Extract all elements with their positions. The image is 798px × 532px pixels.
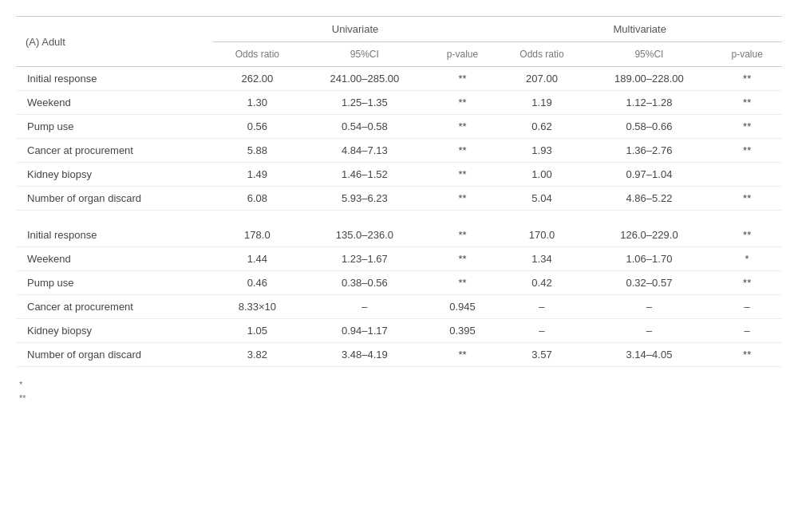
- section-a-row-0-label: Initial response: [16, 67, 213, 91]
- section-a-row-4-m-p: [712, 163, 782, 187]
- section-b-row-1-u-or: 1.44: [213, 246, 302, 270]
- table-row: Number of organ discard6.085.93–6.23**5.…: [16, 187, 782, 211]
- footnote-single-star: *: [19, 378, 782, 392]
- table-row: Cancer at procurement5.884.84–7.13**1.93…: [16, 139, 782, 163]
- section-a-row-4-u-p: **: [428, 163, 498, 187]
- section-b-row-0-m-ci: 126.0–229.0: [587, 223, 713, 247]
- section-b-row-5-m-ci: 3.14–4.05: [587, 342, 713, 366]
- section-b-row-5-u-or: 3.82: [213, 342, 302, 366]
- section-b-row-5-m-or: 3.57: [497, 342, 586, 366]
- section-b-row-5-u-p: **: [428, 342, 498, 366]
- section-b-row-3-m-ci: –: [587, 294, 713, 318]
- section-a-row-2-u-ci: 0.54–0.58: [302, 115, 428, 139]
- sub-header-u-p: p-value: [428, 42, 498, 67]
- section-b-row-2-u-p: **: [428, 270, 498, 294]
- multivariate-group-header: Multivariate: [497, 17, 782, 42]
- section-b-row-5-label: Number of organ discard: [16, 342, 213, 366]
- table-row: Initial response262.00241.00–285.00**207…: [16, 67, 782, 91]
- group-header-row: (A) Adult Univariate Multivariate: [16, 17, 782, 42]
- section-b-row-3-u-ci: –: [302, 294, 428, 318]
- section-b-row-1-u-ci: 1.23–1.67: [302, 246, 428, 270]
- section-b-row-3-label: Cancer at procurement: [16, 294, 213, 318]
- table-row: Kidney biopsy1.491.46–1.52**1.000.97–1.0…: [16, 163, 782, 187]
- table-row: Pump use0.560.54–0.58**0.620.58–0.66**: [16, 115, 782, 139]
- section-b-row-4-u-or: 1.05: [213, 318, 302, 342]
- section-a-row-3-u-ci: 4.84–7.13: [302, 139, 428, 163]
- sub-header-m-p: p-value: [712, 42, 782, 67]
- sub-header-u-or: Odds ratio: [213, 42, 302, 67]
- section-a-row-1-u-or: 1.30: [213, 91, 302, 115]
- section-a-row-3-m-ci: 1.36–2.76: [587, 139, 713, 163]
- section-a-row-4-u-ci: 1.46–1.52: [302, 163, 428, 187]
- section-a-row-5-m-or: 5.04: [497, 187, 586, 211]
- section-b-row-3-m-or: –: [497, 294, 586, 318]
- section-a-row-2-m-or: 0.62: [497, 115, 586, 139]
- section-b-row-2-label: Pump use: [16, 270, 213, 294]
- sub-header-m-or: Odds ratio: [497, 42, 586, 67]
- section-a-row-5-m-ci: 4.86–5.22: [587, 187, 713, 211]
- section-b-row-0-u-p: **: [428, 223, 498, 247]
- section-b-row-2-u-ci: 0.38–0.56: [302, 270, 428, 294]
- section-b-row-5-u-ci: 3.48–4.19: [302, 342, 428, 366]
- section-a-row-3-m-p: **: [712, 139, 782, 163]
- table-body: Initial response262.00241.00–285.00**207…: [16, 67, 782, 367]
- section-a-row-4-label: Kidney biopsy: [16, 163, 213, 187]
- table-container: (A) Adult Univariate Multivariate Odds r…: [16, 16, 782, 406]
- section-b-row-4-label: Kidney biopsy: [16, 318, 213, 342]
- section-b-row-1-u-p: **: [428, 246, 498, 270]
- section-b-row-0-label: Initial response: [16, 223, 213, 247]
- section-b-row-4-u-ci: 0.94–1.17: [302, 318, 428, 342]
- section-b-row-2-m-ci: 0.32–0.57: [587, 270, 713, 294]
- table-row: Pump use0.460.38–0.56**0.420.32–0.57**: [16, 270, 782, 294]
- section-a-row-1-label: Weekend: [16, 91, 213, 115]
- section-b-row-4-m-ci: –: [587, 318, 713, 342]
- main-table: (A) Adult Univariate Multivariate Odds r…: [16, 16, 782, 367]
- section-b-row-3-u-p: 0.945: [428, 294, 498, 318]
- section-b-row-0-u-ci: 135.0–236.0: [302, 223, 428, 247]
- section-b-row-3-u-or: 8.33×10: [213, 294, 302, 318]
- section-a-row-3-label: Cancer at procurement: [16, 139, 213, 163]
- footnotes: * **: [16, 378, 782, 406]
- section-a-row-1-m-p: **: [712, 91, 782, 115]
- section-a-row-1-u-p: **: [428, 91, 498, 115]
- table-row: Number of organ discard3.823.48–4.19**3.…: [16, 342, 782, 366]
- footnote-double-star: **: [19, 392, 782, 406]
- section-a-row-2-m-ci: 0.58–0.66: [587, 115, 713, 139]
- spacer-row: [16, 211, 782, 223]
- section-a-row-5-label: Number of organ discard: [16, 187, 213, 211]
- section-a-row-0-u-or: 262.00: [213, 67, 302, 91]
- univariate-group-header: Univariate: [213, 17, 498, 42]
- section-a-row-5-m-p: **: [712, 187, 782, 211]
- section-b-row-2-m-or: 0.42: [497, 270, 586, 294]
- section-a-row-0-u-p: **: [428, 67, 498, 91]
- section-a-row-3-m-or: 1.93: [497, 139, 586, 163]
- section-a-row-0-m-or: 207.00: [497, 67, 586, 91]
- section-a-row-4-u-or: 1.49: [213, 163, 302, 187]
- section-b-row-2-u-or: 0.46: [213, 270, 302, 294]
- table-row: Weekend1.441.23–1.67**1.341.06–1.70*: [16, 246, 782, 270]
- section-b-row-0-m-or: 170.0: [497, 223, 586, 247]
- section-a-row-0-m-ci: 189.00–228.00: [587, 67, 713, 91]
- section-a-row-2-label: Pump use: [16, 115, 213, 139]
- section-a-row-3-u-p: **: [428, 139, 498, 163]
- section-b-row-0-m-p: **: [712, 223, 782, 247]
- section-a-row-2-u-or: 0.56: [213, 115, 302, 139]
- table-row: Weekend1.301.25–1.35**1.191.12–1.28**: [16, 91, 782, 115]
- section-b-row-4-u-p: 0.395: [428, 318, 498, 342]
- section-a-row-4-m-ci: 0.97–1.04: [587, 163, 713, 187]
- section-b-row-5-m-p: **: [712, 342, 782, 366]
- table-row: Cancer at procurement8.33×10–0.945–––: [16, 294, 782, 318]
- table-row: Kidney biopsy1.050.94–1.170.395–––: [16, 318, 782, 342]
- section-a-row-2-m-p: **: [712, 115, 782, 139]
- section-a-row-1-m-ci: 1.12–1.28: [587, 91, 713, 115]
- section-a-row-4-m-or: 1.00: [497, 163, 586, 187]
- section-a-row-5-u-ci: 5.93–6.23: [302, 187, 428, 211]
- section-b-row-4-m-or: –: [497, 318, 586, 342]
- section-a-row-5-u-or: 6.08: [213, 187, 302, 211]
- section-b-row-1-m-or: 1.34: [497, 246, 586, 270]
- table-row: Initial response178.0135.0–236.0**170.01…: [16, 223, 782, 247]
- row-label-header: (A) Adult: [16, 17, 213, 67]
- section-a-row-3-u-or: 5.88: [213, 139, 302, 163]
- section-b-row-1-m-ci: 1.06–1.70: [587, 246, 713, 270]
- section-a-row-2-u-p: **: [428, 115, 498, 139]
